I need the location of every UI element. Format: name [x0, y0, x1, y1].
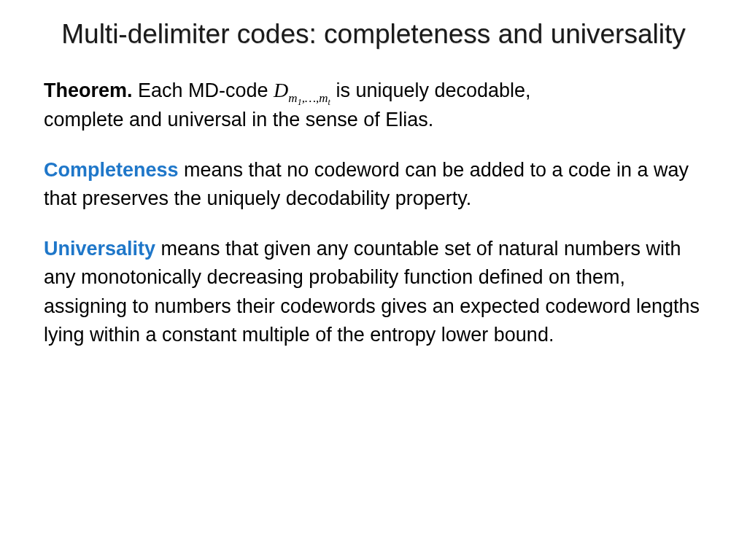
universality-keyword: Universality — [44, 238, 155, 260]
universality-paragraph: Universality means that given any counta… — [44, 235, 703, 349]
theorem-paragraph: Theorem. Each MD-code Dm1,…,mt is unique… — [44, 76, 703, 134]
theorem-text-post1: is uniquely decodable, — [330, 79, 531, 101]
sub-m2: m — [319, 91, 328, 105]
completeness-keyword: Completeness — [44, 159, 179, 181]
math-expression: Dm1,…,mt — [274, 79, 330, 101]
completeness-paragraph: Completeness means that no codeword can … — [44, 156, 703, 213]
math-D: D — [274, 79, 288, 101]
theorem-text-post2: complete and universal in the sense of E… — [44, 109, 433, 131]
sub-m1: m — [288, 91, 297, 105]
slide-title: Multi-delimiter codes: completeness and … — [44, 18, 703, 51]
math-subscript: m1,…,mt — [288, 91, 330, 105]
sub-sep: ,…, — [302, 91, 320, 105]
slide: Multi-delimiter codes: completeness and … — [0, 0, 747, 560]
theorem-label: Theorem. — [44, 79, 133, 101]
theorem-text-pre: Each MD-code — [133, 79, 274, 101]
